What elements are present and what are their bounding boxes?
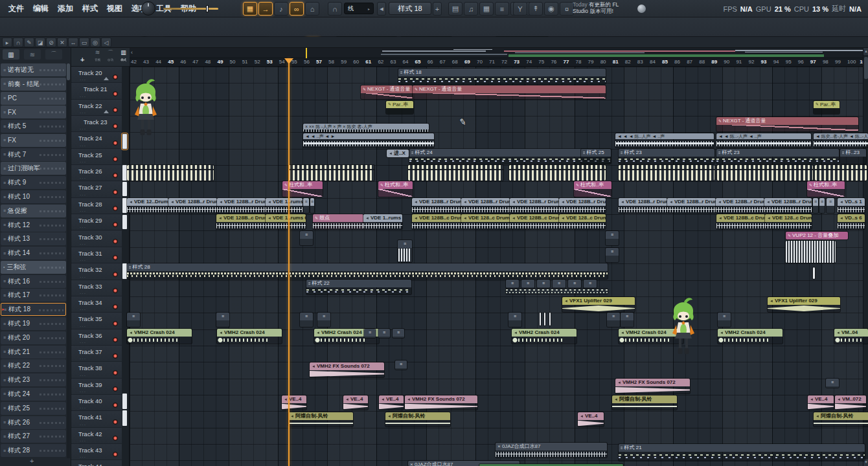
menu-item[interactable]: 编辑 <box>29 3 53 14</box>
clip-aGrey[interactable]: ◄VDE 1..rums 1 <box>363 214 402 229</box>
clip-miniG[interactable]: ≡ <box>813 198 818 213</box>
pattern-item[interactable]: ≡样式 25 <box>1 402 66 415</box>
clip-aPink[interactable]: ◄VE..4 <box>379 395 404 410</box>
clip-aGrey[interactable]: ◄进..X <box>387 150 409 157</box>
clip-aOlive[interactable]: ◄VDE 128B..c Drums 6 <box>510 214 559 229</box>
pattern-item[interactable]: ≡样式 19 <box>1 317 66 330</box>
clip-miniG[interactable]: ≡ <box>310 198 314 213</box>
clip-aGreen[interactable]: ◄VMH2 Crash 024 <box>512 329 577 344</box>
clip-vocal[interactable]: ◄ ◄ ◄ 陈..人声 ◄ ..声 <box>615 133 714 148</box>
pattern-item[interactable]: ≡样式 7 <box>1 148 66 161</box>
pattern-item[interactable]: ≡急促擦 <box>1 205 66 217</box>
clip-aPink[interactable]: ◄VE..4 <box>578 412 604 427</box>
clip-aOlive[interactable]: ◄VDE 128B..c Drums 6 <box>412 214 461 229</box>
track-header[interactable]: Track 39··· <box>71 379 122 395</box>
record-arm-icon[interactable] <box>113 239 118 244</box>
clip-autoRed[interactable]: ✎NEXGT - 通道音量 <box>413 85 606 99</box>
clip-aGrey[interactable]: ◄VDE 128B..r Drums 1 <box>559 198 606 213</box>
clip-midi[interactable]: ≡样式 24 <box>409 149 610 164</box>
clip-mini[interactable]: ≡ <box>606 248 619 262</box>
track-header[interactable]: Track 21··· <box>71 83 122 99</box>
clip-mini[interactable]: ≡ <box>364 329 376 338</box>
clip-miniG[interactable]: ≡ <box>827 198 834 213</box>
clip-mini[interactable]: ≡ <box>606 231 619 245</box>
clip-aGreen[interactable]: ◄VMH2 Crash 024 <box>217 329 282 344</box>
song-mode-arrow-button[interactable]: → <box>258 2 273 16</box>
clip-aGrey[interactable]: ◄VDE 1..rums 1 <box>266 198 303 213</box>
clip-aOlive[interactable]: ◄VDE 128..c Drums 6 <box>461 214 510 229</box>
clip-mini[interactable]: ≡ <box>621 313 634 327</box>
shop-button[interactable]: ¤ <box>560 2 574 16</box>
clip-aOlive[interactable]: ◄阿燦自制-风铃 <box>612 395 677 410</box>
record-arm-icon[interactable] <box>113 386 118 392</box>
clip-dashesBody[interactable] <box>506 289 608 294</box>
track-header[interactable]: Track 26··· <box>71 165 122 181</box>
pattern-prev-button[interactable]: ◂ <box>377 2 386 16</box>
track-header[interactable]: Track 41··· <box>71 411 122 427</box>
clip-mini[interactable]: ≡ <box>607 313 620 327</box>
track-header[interactable]: Track 44··· <box>71 460 122 466</box>
clip-vocal[interactable]: ◄ ◄ 陈..-人声 ◄ ..声 <box>716 133 811 148</box>
pattern-item[interactable]: ≡样式 23 <box>1 373 66 386</box>
clip-aGrey[interactable]: ◄VDE 128B..r Drums 1 <box>217 198 266 213</box>
clip-stripes[interactable] <box>288 165 374 181</box>
track-header[interactable]: Track 29··· <box>71 214 122 230</box>
pattern-item[interactable]: ≡样式 26 <box>1 416 66 429</box>
clip-tick[interactable] <box>549 313 551 326</box>
clip-aGrey[interactable]: ◄VDE 128B..r Drums 1 <box>764 198 812 213</box>
clip-midi[interactable]: ≡样式 23 <box>619 149 714 164</box>
track-header[interactable]: Track 23··· <box>71 116 122 132</box>
pattern-item[interactable]: ≡样式 13 <box>1 232 66 245</box>
picker-add-button[interactable]: + <box>30 457 34 465</box>
track-header[interactable]: Track 28··· <box>71 198 122 214</box>
picker-tab-automation[interactable]: ⌒ <box>45 49 62 60</box>
slip-tool-button[interactable]: ↔ <box>68 38 78 47</box>
snap-magnet-button[interactable]: ∩ <box>13 38 23 47</box>
record-arm-icon[interactable] <box>113 74 118 80</box>
clip-aOlive[interactable]: ◄VDE 1..rums 6 <box>266 214 306 229</box>
clip-autoPink[interactable]: ✎柱式和..率 <box>574 181 611 197</box>
picker-tab-patterns[interactable]: ▥ <box>3 49 19 60</box>
playlist-menu-button[interactable]: ▸ <box>2 38 12 47</box>
clip-mini[interactable]: ≡ <box>127 313 140 327</box>
clip-aOlive[interactable]: ◄VDE 128B..c Drums 6 <box>716 214 765 229</box>
track-header[interactable]: Track 34··· <box>71 296 122 313</box>
typing-to-piano-button[interactable]: ⌂ <box>305 2 319 16</box>
record-arm-icon[interactable] <box>113 436 118 441</box>
track-header[interactable]: Track 32··· <box>71 263 122 280</box>
menu-item[interactable]: 文件 <box>4 3 29 14</box>
clip-aPink[interactable]: ◄VM..072 <box>835 395 866 410</box>
pattern-item[interactable]: ≡样式 5 <box>1 120 66 133</box>
clip-midi[interactable]: ≡样式 23 <box>716 149 839 164</box>
clip-stripes[interactable] <box>408 165 503 181</box>
clip-aYellow[interactable]: ◄VFX1 Uplifter 029 <box>768 297 840 312</box>
track-header[interactable]: Track 27··· <box>71 181 122 197</box>
select-tool-button[interactable]: ▭ <box>79 38 89 47</box>
clip-aOlive[interactable]: ◄VDE 128..c Drums 6 <box>765 214 812 229</box>
scroll-thumb[interactable] <box>864 57 868 79</box>
menu-item[interactable]: 添加 <box>53 3 78 14</box>
menu-item[interactable]: 样式 <box>78 3 102 14</box>
clip-aOlive[interactable]: ◄阿燦自制-风铃 <box>385 412 450 427</box>
record-arm-icon[interactable] <box>113 353 118 359</box>
clip-aOlive[interactable]: ◄阿燦自制-风铃 <box>288 412 353 427</box>
pattern-item[interactable]: ≡样式 12 <box>1 219 66 232</box>
clip-aGrey[interactable]: ◄VDE 128B..r Drums 1 <box>667 198 716 213</box>
picker-scrollbar[interactable] <box>67 63 70 458</box>
draw-tool-button[interactable]: ✎ <box>24 38 34 47</box>
clip-mini[interactable]: ≡ <box>718 313 731 327</box>
clip-aOlive[interactable]: ◄VDE 128B..c Drums 6 <box>216 214 266 229</box>
pattern-item[interactable]: ≡PC <box>1 92 66 105</box>
delete-tool-button[interactable]: ⊘ <box>46 38 56 47</box>
record-arm-icon[interactable] <box>113 190 118 195</box>
clip-aGrey[interactable]: ◄VDE 128B..r Drums 1 <box>716 198 764 213</box>
pattern-item[interactable]: ≡样式 17 <box>1 289 66 302</box>
record-arm-icon[interactable] <box>113 321 118 326</box>
track-header[interactable]: Track 42··· <box>71 428 122 444</box>
playback-tool-button[interactable]: ◁ <box>101 38 111 47</box>
clip-autoGreen[interactable]: ✎Par..率 <box>386 101 413 114</box>
clip-aGreen[interactable]: ◄VMH2 Crash 024 <box>127 329 192 344</box>
clip-aYellow[interactable]: ◄VFX1 Uplifter 029 <box>562 297 635 312</box>
touch-mode-button[interactable]: ↟ <box>529 2 543 16</box>
timeline-ruler[interactable]: 4243444546474849505152535455565758596061… <box>130 58 863 67</box>
